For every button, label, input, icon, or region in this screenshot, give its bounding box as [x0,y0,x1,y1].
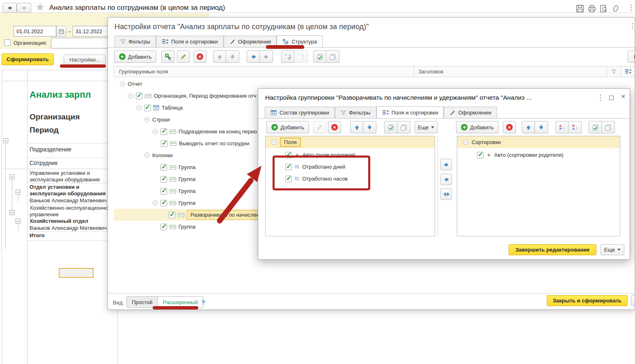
tree-checkbox[interactable] [160,128,167,135]
sort-add-button[interactable]: Добавить [456,121,499,133]
collapse-icon[interactable] [136,105,142,110]
fields-root-row[interactable]: Поля [266,136,435,148]
tab-label: Фильтры [349,110,371,116]
save-icon[interactable] [576,5,584,14]
fields-add-button[interactable]: Добавить [266,121,309,133]
pages-icon [400,124,407,131]
sort-root-row[interactable]: Сортировки [457,136,620,148]
dialog-more-icon[interactable] [629,23,635,30]
delete-button[interactable] [193,50,206,63]
forward-button[interactable] [17,3,31,13]
finish-editing-button[interactable]: Завершить редактирование [509,244,596,255]
header-sort-cell[interactable] [621,66,635,77]
panel-splitter[interactable] [438,136,438,236]
collapse-icon[interactable] [144,117,150,122]
help-link[interactable]: ? [202,299,205,306]
fields-uncheck-all-button[interactable] [397,121,410,133]
sort-descending-button[interactable]: ЯА↓ [569,121,582,133]
sort-delete-button[interactable] [503,121,516,133]
collapse-icon[interactable] [128,93,133,98]
collapse-icon[interactable] [271,140,277,145]
window-more-icon[interactable] [628,4,635,11]
grouping-more-button[interactable]: Еще [601,244,624,255]
sort-move-down-button[interactable] [535,121,548,133]
generate-button[interactable]: Сформировать [2,53,54,65]
maximize-icon[interactable] [609,96,614,100]
fields-check-all-button[interactable] [384,121,397,133]
tree-checkbox[interactable] [136,93,142,99]
settings-button[interactable]: Настройки... [64,55,106,65]
header-filter-cell[interactable] [607,66,621,77]
uncheck-all-button[interactable] [326,50,339,63]
tab-filters[interactable]: Фильтры [115,36,156,47]
fields-delete-button[interactable] [328,121,341,133]
move-right-button[interactable] [260,50,273,63]
tree-checkbox[interactable] [160,188,167,195]
move-down-button[interactable] [226,50,239,63]
fields-more-button[interactable]: Еще [415,121,438,133]
fields-edit-button[interactable] [313,121,326,133]
item-checkbox[interactable] [477,152,484,158]
move-into-group-button[interactable] [281,50,294,63]
move-out-of-group-button[interactable] [294,50,307,63]
dialog-more-icon[interactable] [597,94,604,101]
tree-checkbox[interactable] [160,200,167,206]
tree-checkbox[interactable] [169,212,175,218]
delete-icon [506,124,513,130]
check-all-button[interactable] [313,50,326,63]
close-icon[interactable]: × [621,92,626,101]
sort-uncheck-all-button[interactable] [602,121,615,133]
tree-checkbox[interactable] [144,105,151,111]
tab-appearance[interactable]: Оформление [444,107,497,118]
tab-fields-sort[interactable]: Поля и сортировки [376,106,444,118]
print-icon[interactable] [588,5,596,14]
collapse-icon[interactable] [153,129,158,134]
tree-checkbox[interactable] [161,140,167,147]
sort-move-up-button[interactable] [522,121,535,133]
report-tree-toggle[interactable] [3,138,8,143]
fields-move-down-button[interactable] [363,121,376,133]
collapse-icon[interactable] [153,200,158,206]
org-checkbox[interactable] [4,39,11,46]
selected-cell[interactable] [59,268,94,278]
report-tree-toggle[interactable] [16,190,21,195]
report-tree-toggle[interactable] [16,219,21,224]
column-header[interactable]: Заголовок [414,66,607,77]
move-left-button[interactable] [247,50,260,63]
date-from-input[interactable] [14,26,56,37]
add-child-button[interactable] [161,50,174,63]
collapse-icon[interactable] [120,81,125,87]
footer-more-button-clipped[interactable] [631,295,635,306]
collapse-icon[interactable] [463,140,468,145]
report-tree-toggle[interactable] [9,210,14,215]
add-label: Добавить [470,124,493,130]
tree-checkbox[interactable] [160,224,167,230]
tab-composition[interactable]: Состав группировки [265,107,335,118]
toolbar-more-button-clipped[interactable]: Е [628,50,635,63]
move-to-fields-button[interactable] [440,174,452,185]
favorite-star-icon[interactable]: ★ [35,1,45,14]
column-grouped-fields[interactable]: Группируемые поля [114,69,414,75]
date-from-calendar-button[interactable] [56,26,66,37]
add-button[interactable]: Добавить [114,50,156,63]
tree-checkbox[interactable] [160,164,167,171]
collapse-icon[interactable] [144,153,150,158]
tab-fields-sort[interactable]: Поля и сортировки [156,36,224,47]
back-button[interactable] [2,3,17,13]
close-generate-button[interactable]: Закрыть и сформировать [547,295,628,306]
tree-checkbox[interactable] [160,176,167,183]
fields-move-up-button[interactable] [350,121,363,133]
move-to-sort-button[interactable] [440,159,452,170]
settings-dialog-title: Настройки отчета "Анализ зарплаты по сот… [115,23,619,31]
move-all-to-fields-button[interactable] [440,188,452,200]
edit-button[interactable] [177,50,190,63]
list-item[interactable]: Авто (сортировки родителя) [477,149,564,161]
sort-check-all-button[interactable] [589,121,602,133]
tab-filters[interactable]: Фильтры [335,107,376,118]
sort-ascending-button[interactable]: АЯ↓ [555,121,569,133]
move-up-button[interactable] [213,50,226,63]
preview-search-icon[interactable] [600,5,608,14]
link-icon[interactable] [612,5,620,14]
report-tree-toggle[interactable] [9,174,14,179]
fields-root-cell[interactable]: Поля [280,137,301,147]
